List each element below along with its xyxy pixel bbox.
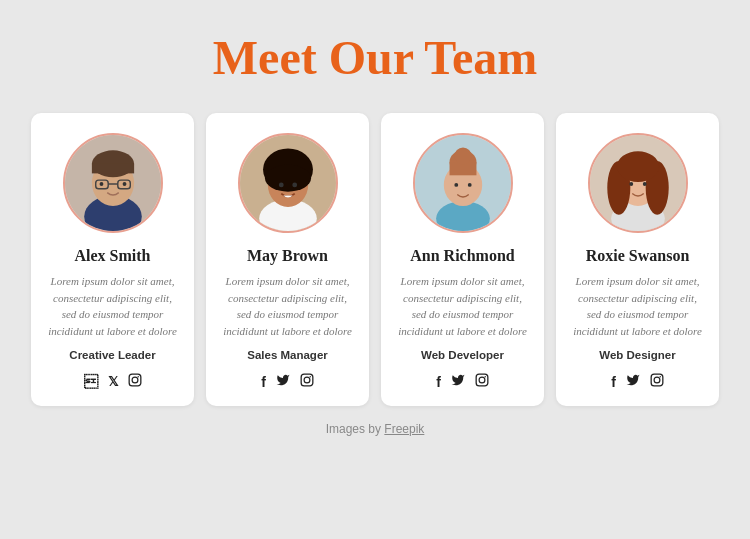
page-wrapper: Meet Our Team [0,0,750,539]
member-name-roxie: Roxie Swanson [586,247,690,265]
twitter-icon-ann[interactable] [451,373,465,390]
svg-point-45 [642,182,646,186]
team-card-roxie: Roxie Swanson Lorem ipsum dolor sit amet… [556,113,719,406]
avatar-ann [413,133,513,233]
instagram-icon-may[interactable] [300,373,314,390]
team-card-ann: Ann Richmond Lorem ipsum dolor sit amet,… [381,113,544,406]
svg-point-36 [484,376,485,377]
avatar-alex [63,133,163,233]
team-card-may: May Brown Lorem ipsum dolor sit amet, co… [206,113,369,406]
member-bio-may: Lorem ipsum dolor sit amet, consectetur … [222,273,353,339]
svg-point-35 [479,377,485,383]
svg-point-43 [616,151,658,182]
svg-rect-11 [129,374,141,386]
svg-point-24 [309,376,310,377]
svg-point-10 [122,182,126,186]
social-icons-ann: f [436,373,489,390]
svg-point-19 [264,165,310,192]
member-role-roxie: Web Designer [599,349,675,361]
avatar-roxie [588,133,688,233]
facebook-icon-alex[interactable]:  [84,374,98,390]
svg-rect-22 [301,374,313,386]
svg-point-12 [132,377,138,383]
member-bio-alex: Lorem ipsum dolor sit amet, consectetur … [47,273,178,339]
svg-point-13 [137,376,138,377]
facebook-icon-roxie[interactable]: f [611,374,616,390]
avatar-may [238,133,338,233]
twitter-icon-may[interactable] [276,373,290,390]
social-icons-may: f [261,373,314,390]
facebook-icon-may[interactable]: f [261,374,266,390]
team-card-alex: Alex Smith Lorem ipsum dolor sit amet, c… [31,113,194,406]
instagram-icon-roxie[interactable] [650,373,664,390]
footer-text: Images by [326,422,385,436]
svg-point-33 [467,183,471,187]
team-grid: Alex Smith Lorem ipsum dolor sit amet, c… [20,113,730,406]
member-role-may: Sales Manager [247,349,328,361]
svg-rect-5 [91,164,133,174]
twitter-icon-alex[interactable]: 𝕏 [108,374,118,389]
twitter-icon-roxie[interactable] [626,373,640,390]
member-name-ann: Ann Richmond [410,247,514,265]
svg-point-20 [278,183,283,188]
svg-point-47 [654,377,660,383]
instagram-icon-alex[interactable] [128,373,142,390]
svg-point-44 [629,182,633,186]
svg-rect-34 [476,374,488,386]
footer-credits: Images by Freepik [326,422,425,436]
svg-point-21 [292,183,297,188]
freepik-link[interactable]: Freepik [384,422,424,436]
member-name-alex: Alex Smith [75,247,151,265]
instagram-icon-ann[interactable] [475,373,489,390]
page-title: Meet Our Team [213,30,537,85]
social-icons-alex:  𝕏 [84,373,142,390]
member-bio-roxie: Lorem ipsum dolor sit amet, consectetur … [572,273,703,339]
svg-point-9 [99,182,103,186]
member-role-ann: Web Developer [421,349,504,361]
svg-point-48 [659,376,660,377]
svg-point-31 [454,147,471,164]
svg-rect-46 [651,374,663,386]
member-bio-ann: Lorem ipsum dolor sit amet, consectetur … [397,273,528,339]
social-icons-roxie: f [611,373,664,390]
member-role-alex: Creative Leader [69,349,155,361]
facebook-icon-ann[interactable]: f [436,374,441,390]
svg-point-32 [454,183,458,187]
svg-point-23 [304,377,310,383]
member-name-may: May Brown [247,247,328,265]
